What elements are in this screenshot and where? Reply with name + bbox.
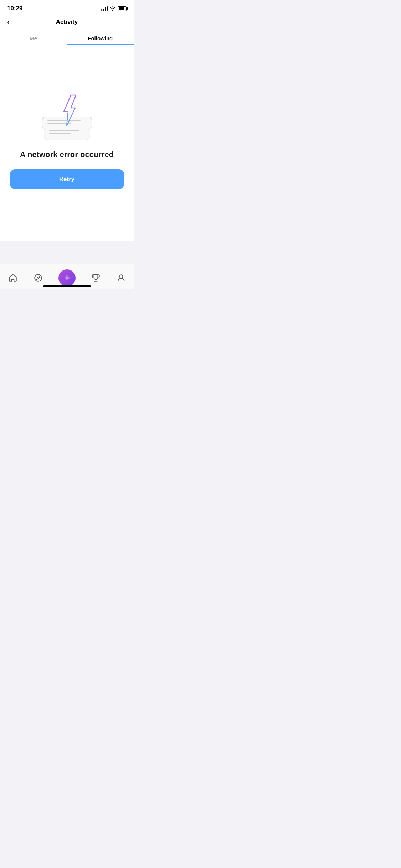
profile-icon bbox=[116, 273, 126, 283]
svg-point-0 bbox=[35, 274, 42, 281]
home-indicator bbox=[43, 285, 91, 287]
tab-following[interactable]: Following bbox=[67, 30, 134, 45]
main-content: A network error occurred Retry bbox=[0, 45, 134, 241]
nav-trophy[interactable] bbox=[87, 272, 105, 284]
svg-point-3 bbox=[119, 275, 123, 278]
home-icon bbox=[8, 273, 18, 283]
tab-me[interactable]: Me bbox=[0, 30, 67, 45]
wifi-icon bbox=[110, 6, 115, 11]
back-button[interactable]: ‹ bbox=[6, 16, 11, 28]
status-icons bbox=[101, 6, 127, 11]
tab-bar: Me Following bbox=[0, 30, 134, 45]
error-message: A network error occurred bbox=[20, 150, 114, 159]
add-button[interactable] bbox=[58, 269, 76, 286]
page-title: Activity bbox=[56, 19, 78, 26]
nav-explore[interactable] bbox=[29, 272, 47, 284]
compass-icon bbox=[33, 273, 43, 283]
lightning-icon bbox=[58, 94, 80, 126]
status-bar: 10:29 bbox=[0, 0, 134, 14]
nav-profile[interactable] bbox=[112, 272, 130, 284]
battery-icon bbox=[118, 6, 127, 11]
retry-button[interactable]: Retry bbox=[10, 169, 124, 189]
error-illustration bbox=[42, 97, 92, 140]
nav-add[interactable] bbox=[54, 268, 80, 288]
status-time: 10:29 bbox=[7, 5, 22, 12]
navigation-bar: ‹ Activity bbox=[0, 14, 134, 30]
nav-home[interactable] bbox=[4, 272, 22, 284]
signal-icon bbox=[101, 6, 108, 11]
trophy-icon bbox=[91, 273, 101, 283]
